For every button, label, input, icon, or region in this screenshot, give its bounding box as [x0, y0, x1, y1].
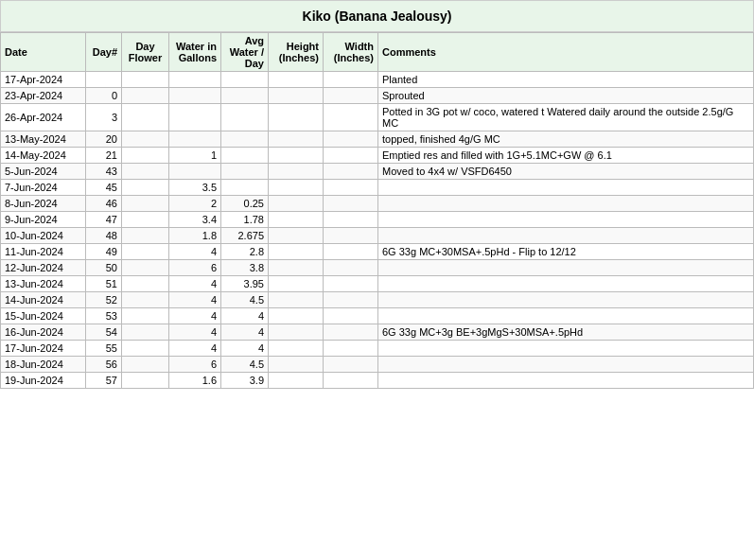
cell-flower [122, 131, 169, 148]
cell-day: 47 [86, 212, 122, 228]
cell-water [169, 72, 221, 88]
cell-date: 16-Jun-2024 [1, 324, 86, 341]
table-row: 11-Jun-20244942.86G 33g MC+30MSA+.5pHd -… [1, 244, 754, 260]
table-row: 14-May-2024211Emptied res and filled wit… [1, 148, 754, 164]
cell-comments: Planted [378, 72, 754, 88]
grow-log-table: Date Day# Day Flower Water in Gallons Av… [0, 32, 754, 389]
cell-comments [378, 373, 754, 389]
cell-water [169, 164, 221, 180]
cell-width [324, 164, 378, 180]
cell-width [324, 148, 378, 164]
cell-height [269, 148, 324, 164]
cell-date: 26-Apr-2024 [1, 104, 86, 131]
table-row: 5-Jun-202443Moved to 4x4 w/ VSFD6450 [1, 164, 754, 180]
cell-day: 49 [86, 244, 122, 260]
table-row: 13-Jun-20245143.95 [1, 276, 754, 292]
cell-avgwater: 4 [221, 341, 269, 357]
cell-date: 23-Apr-2024 [1, 88, 86, 104]
cell-avgwater: 3.9 [221, 373, 269, 389]
cell-comments [378, 180, 754, 196]
cell-flower [122, 164, 169, 180]
cell-day: 57 [86, 373, 122, 389]
cell-width [324, 88, 378, 104]
cell-water: 4 [169, 244, 221, 260]
cell-day: 20 [86, 131, 122, 148]
cell-flower [122, 373, 169, 389]
cell-date: 12-Jun-2024 [1, 260, 86, 276]
cell-flower [122, 324, 169, 341]
cell-flower [122, 180, 169, 196]
cell-avgwater [221, 131, 269, 148]
cell-width [324, 357, 378, 373]
cell-height [269, 131, 324, 148]
cell-width [324, 131, 378, 148]
cell-comments [378, 260, 754, 276]
cell-flower [122, 228, 169, 244]
cell-flower [122, 276, 169, 292]
cell-width [324, 196, 378, 212]
cell-day: 48 [86, 228, 122, 244]
cell-comments [378, 292, 754, 308]
cell-day: 56 [86, 357, 122, 373]
table-row: 15-Jun-20245344 [1, 308, 754, 324]
table-row: 26-Apr-20243Potted in 3G pot w/ coco, wa… [1, 104, 754, 131]
cell-comments [378, 212, 754, 228]
header-date: Date [1, 33, 86, 72]
cell-date: 17-Apr-2024 [1, 72, 86, 88]
cell-width [324, 292, 378, 308]
cell-water: 1 [169, 148, 221, 164]
cell-flower [122, 341, 169, 357]
cell-avgwater: 3.95 [221, 276, 269, 292]
cell-height [269, 212, 324, 228]
page-title: Kiko (Banana Jealousy) [303, 9, 452, 24]
table-row: 9-Jun-2024473.41.78 [1, 212, 754, 228]
cell-height [269, 72, 324, 88]
header-avgwater: Avg Water / Day [221, 33, 269, 72]
cell-comments: Potted in 3G pot w/ coco, watered t Wate… [378, 104, 754, 131]
cell-day: 54 [86, 324, 122, 341]
cell-flower [122, 260, 169, 276]
cell-height [269, 276, 324, 292]
table-row: 19-Jun-2024571.63.9 [1, 373, 754, 389]
cell-date: 19-Jun-2024 [1, 373, 86, 389]
table-row: 10-Jun-2024481.82.675 [1, 228, 754, 244]
cell-water: 4 [169, 292, 221, 308]
cell-date: 15-Jun-2024 [1, 308, 86, 324]
cell-day [86, 72, 122, 88]
cell-avgwater: 4.5 [221, 357, 269, 373]
header-water: Water in Gallons [169, 33, 221, 72]
cell-day: 51 [86, 276, 122, 292]
cell-width [324, 276, 378, 292]
cell-date: 13-Jun-2024 [1, 276, 86, 292]
table-row: 17-Jun-20245544 [1, 341, 754, 357]
cell-comments [378, 357, 754, 373]
cell-height [269, 164, 324, 180]
cell-water: 6 [169, 357, 221, 373]
header-day: Day# [86, 33, 122, 72]
cell-height [269, 373, 324, 389]
cell-flower [122, 292, 169, 308]
cell-height [269, 308, 324, 324]
cell-flower [122, 196, 169, 212]
table-row: 13-May-202420topped, finished 4g/G MC [1, 131, 754, 148]
cell-date: 8-Jun-2024 [1, 196, 86, 212]
cell-flower [122, 72, 169, 88]
cell-water: 3.5 [169, 180, 221, 196]
cell-water: 1.8 [169, 228, 221, 244]
cell-day: 3 [86, 104, 122, 131]
cell-width [324, 180, 378, 196]
cell-avgwater [221, 148, 269, 164]
cell-avgwater: 4 [221, 308, 269, 324]
cell-water: 2 [169, 196, 221, 212]
cell-avgwater [221, 180, 269, 196]
cell-width [324, 72, 378, 88]
cell-height [269, 357, 324, 373]
cell-width [324, 308, 378, 324]
header-comments: Comments [378, 33, 754, 72]
cell-day: 21 [86, 148, 122, 164]
cell-flower [122, 308, 169, 324]
cell-height [269, 244, 324, 260]
cell-width [324, 341, 378, 357]
cell-water: 3.4 [169, 212, 221, 228]
table-row: 16-Jun-202454446G 33g MC+3g BE+3gMgS+30M… [1, 324, 754, 341]
